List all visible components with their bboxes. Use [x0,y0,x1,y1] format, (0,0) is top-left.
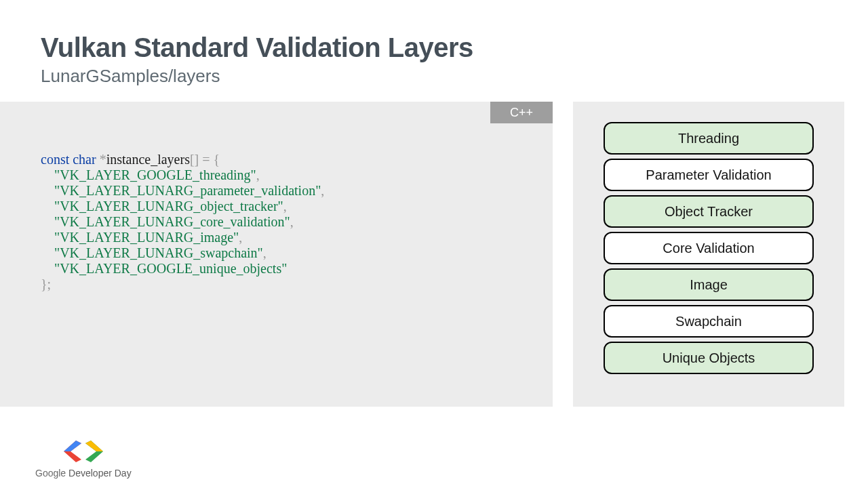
layer-box: Image [604,268,814,301]
layer-box: Parameter Validation [604,159,814,191]
layer-box: Swapchain [604,305,814,338]
layer-box: Core Validation [604,232,814,264]
layer-stack: ThreadingParameter ValidationObject Trac… [573,102,844,407]
footer-branding: Google Developer Day [35,438,132,479]
language-badge: C++ [490,102,553,123]
slide-title: Vulkan Standard Validation Layers [41,33,868,63]
code-block: const char *instance_layers[] = { "VK_LA… [0,102,553,292]
google-dev-logo-icon [62,438,104,465]
layer-box: Threading [604,122,814,155]
code-panel: C++ const char *instance_layers[] = { "V… [0,102,553,407]
svg-marker-3 [85,441,103,451]
layer-box: Object Tracker [604,195,814,228]
layer-box: Unique Objects [604,342,814,374]
svg-marker-1 [64,441,81,451]
footer-text: Google Developer Day [35,468,132,479]
slide-subtitle: LunarGSamples/layers [41,66,868,87]
